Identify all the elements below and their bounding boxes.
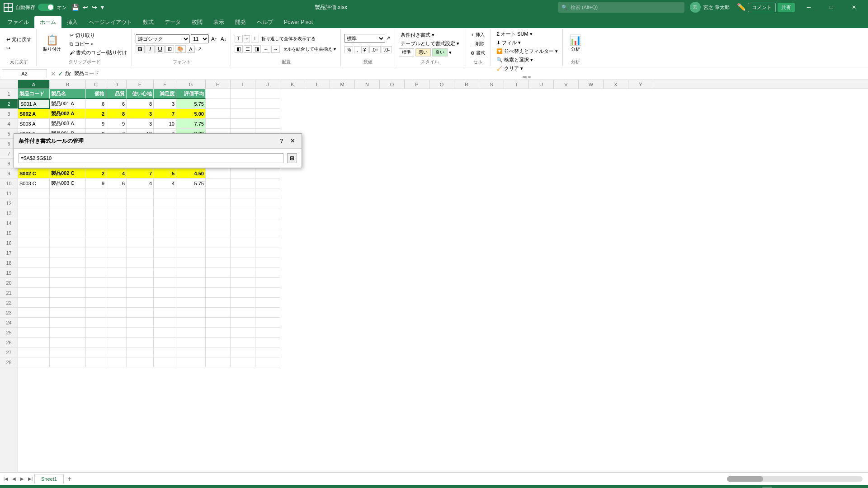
align-left-icon[interactable]: ◧ bbox=[235, 45, 243, 53]
cell-G17[interactable] bbox=[176, 248, 206, 258]
cell-C3[interactable]: 2 bbox=[86, 109, 106, 119]
col-header-S[interactable]: S bbox=[479, 80, 504, 89]
cell-F24[interactable] bbox=[154, 318, 176, 328]
cell-B24[interactable] bbox=[50, 318, 86, 328]
cell-I3[interactable] bbox=[231, 109, 255, 119]
cell-H1[interactable] bbox=[206, 89, 231, 99]
cell-A16[interactable] bbox=[18, 238, 50, 248]
cell-J10[interactable] bbox=[255, 178, 280, 188]
cell-E16[interactable] bbox=[127, 238, 154, 248]
cell-F26[interactable] bbox=[154, 338, 176, 347]
row-header-13[interactable]: 13 bbox=[0, 208, 18, 218]
cell-B19[interactable] bbox=[50, 268, 86, 278]
cell-G20[interactable] bbox=[176, 278, 206, 288]
cell-B27[interactable] bbox=[50, 347, 86, 357]
autosave-toggle[interactable] bbox=[38, 4, 54, 11]
cell-J9[interactable] bbox=[255, 169, 280, 178]
cell-I26[interactable] bbox=[231, 338, 255, 347]
col-header-W[interactable]: W bbox=[579, 80, 604, 89]
row-header-17[interactable]: 17 bbox=[0, 248, 18, 258]
cell-F10[interactable]: 4 bbox=[154, 178, 176, 188]
cell-A26[interactable] bbox=[18, 338, 50, 347]
align-right-icon[interactable]: ◨ bbox=[253, 45, 261, 53]
cell-B13[interactable] bbox=[50, 208, 86, 218]
tab-data[interactable]: データ bbox=[159, 16, 186, 28]
col-header-F[interactable]: F bbox=[154, 80, 176, 89]
cell-A4[interactable]: S003 A bbox=[18, 119, 50, 129]
cell-I20[interactable] bbox=[231, 278, 255, 288]
italic-button[interactable]: I bbox=[146, 45, 155, 53]
cell-G3[interactable]: 5.00 bbox=[176, 109, 206, 119]
cell-A13[interactable] bbox=[18, 208, 50, 218]
decimal-inc-icon[interactable]: .0+ bbox=[369, 46, 381, 53]
cell-C2[interactable]: 6 bbox=[86, 99, 106, 109]
cell-D17[interactable] bbox=[106, 248, 127, 258]
col-header-X[interactable]: X bbox=[604, 80, 628, 89]
dialog-help-button[interactable]: ? bbox=[277, 136, 286, 145]
cell-H20[interactable] bbox=[206, 278, 231, 288]
cell-E19[interactable] bbox=[127, 268, 154, 278]
cell-J28[interactable] bbox=[255, 357, 280, 367]
cell-E10[interactable]: 4 bbox=[127, 178, 154, 188]
sheet-tab-1[interactable]: Sheet1 bbox=[34, 474, 64, 484]
cell-A21[interactable] bbox=[18, 288, 50, 298]
cell-H10[interactable] bbox=[206, 178, 231, 188]
cell-G10[interactable]: 5.75 bbox=[176, 178, 206, 188]
cell-C16[interactable] bbox=[86, 238, 106, 248]
fill-color-icon[interactable]: 🎨 bbox=[175, 45, 186, 53]
customize-icon[interactable]: ▾ bbox=[101, 4, 104, 11]
cell-A1[interactable]: 製品コード bbox=[18, 89, 50, 99]
cell-I21[interactable] bbox=[231, 288, 255, 298]
cell-B12[interactable] bbox=[50, 198, 86, 208]
redo-icon[interactable]: ↪ bbox=[92, 4, 97, 11]
col-header-L[interactable]: L bbox=[305, 80, 330, 89]
cell-A28[interactable] bbox=[18, 357, 50, 367]
cell-J3[interactable] bbox=[255, 109, 280, 119]
row-header-28[interactable]: 28 bbox=[0, 357, 18, 367]
cell-E23[interactable] bbox=[127, 308, 154, 318]
cell-A9[interactable]: S002 C bbox=[18, 169, 50, 178]
row-header-10[interactable]: 10 bbox=[0, 178, 18, 188]
cell-G21[interactable] bbox=[176, 288, 206, 298]
cell-I24[interactable] bbox=[231, 318, 255, 328]
minimize-button[interactable]: ─ bbox=[798, 0, 819, 14]
row-header-25[interactable]: 25 bbox=[0, 328, 18, 338]
cell-H26[interactable] bbox=[206, 338, 231, 347]
cell-I13[interactable] bbox=[231, 208, 255, 218]
cell-E12[interactable] bbox=[127, 198, 154, 208]
col-header-O[interactable]: O bbox=[380, 80, 405, 89]
cell-E2[interactable]: 8 bbox=[127, 99, 154, 109]
cell-H13[interactable] bbox=[206, 208, 231, 218]
col-header-Y[interactable]: Y bbox=[628, 80, 653, 89]
cell-B1[interactable]: 製品名 bbox=[50, 89, 86, 99]
styles-expand[interactable]: ▾ bbox=[449, 50, 452, 56]
cell-B4[interactable]: 製品003 A bbox=[50, 119, 86, 129]
cell-F1[interactable]: 満足度 bbox=[154, 89, 176, 99]
cell-B20[interactable] bbox=[50, 278, 86, 288]
col-header-K[interactable]: K bbox=[280, 80, 305, 89]
row-header-2[interactable]: 2 bbox=[0, 99, 18, 109]
row-header-27[interactable]: 27 bbox=[0, 347, 18, 357]
cell-H27[interactable] bbox=[206, 347, 231, 357]
cell-B15[interactable] bbox=[50, 228, 86, 238]
cell-E27[interactable] bbox=[127, 347, 154, 357]
col-header-T[interactable]: T bbox=[504, 80, 529, 89]
number-format-select[interactable]: 標準 bbox=[344, 34, 385, 43]
font-family-select[interactable]: 游ゴシック bbox=[136, 34, 190, 43]
cell-I23[interactable] bbox=[231, 308, 255, 318]
cell-A14[interactable] bbox=[18, 218, 50, 228]
align-top-icon[interactable]: ⊤ bbox=[235, 35, 243, 42]
sort-filter-button[interactable]: 🔽 並べ替えとフィルター ▾ bbox=[495, 47, 560, 55]
cell-C26[interactable] bbox=[86, 338, 106, 347]
cell-E15[interactable] bbox=[127, 228, 154, 238]
row-header-20[interactable]: 20 bbox=[0, 278, 18, 288]
cell-H16[interactable] bbox=[206, 238, 231, 248]
page-break-view-button[interactable]: ≡ bbox=[789, 487, 799, 488]
cell-C11[interactable] bbox=[86, 188, 106, 198]
select-all-corner[interactable] bbox=[0, 80, 18, 89]
format-copy-button[interactable]: 🖌 書式のコピー/貼り付け bbox=[68, 48, 129, 56]
cell-G15[interactable] bbox=[176, 228, 206, 238]
cell-H28[interactable] bbox=[206, 357, 231, 367]
cell-A27[interactable] bbox=[18, 347, 50, 357]
cell-A25[interactable] bbox=[18, 328, 50, 338]
